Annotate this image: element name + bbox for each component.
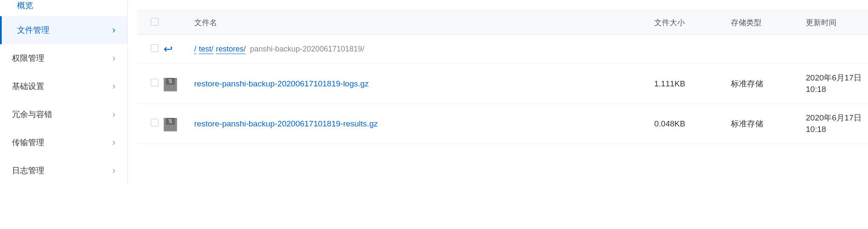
back-icon[interactable]: ↩ <box>164 43 173 56</box>
breadcrumb-part[interactable]: test/ <box>199 45 213 54</box>
row-checkbox[interactable] <box>151 119 158 126</box>
file-storage-type: 标准存储 <box>731 118 806 129</box>
main-content: 文件名 文件大小 存储类型 更新时间 ↩ / test/ restores/ p… <box>128 0 868 185</box>
file-table: 文件名 文件大小 存储类型 更新时间 ↩ / test/ restores/ p… <box>137 10 868 144</box>
sidebar-item-label: 传输管理 <box>12 137 44 148</box>
file-updated-time: 2020年6月17日 10:18 <box>806 112 868 135</box>
file-storage-type: 标准存储 <box>731 78 806 89</box>
file-archive-icon: ⇅ <box>164 118 177 132</box>
sidebar-item-overview[interactable]: 概览 <box>0 0 127 16</box>
sidebar-item-label: 文件管理 <box>17 25 49 36</box>
chevron-right-icon: › <box>112 53 115 64</box>
chevron-right-icon: › <box>112 165 115 176</box>
sidebar-item-logs[interactable]: 日志管理 › <box>0 157 127 185</box>
sidebar-item-label: 权限管理 <box>12 53 44 64</box>
column-header-updated: 更新时间 <box>806 17 868 28</box>
sidebar-item-file-management[interactable]: 文件管理 › <box>0 16 127 44</box>
file-archive-icon: ⇅ <box>164 78 177 92</box>
file-size: 1.111KB <box>654 79 731 89</box>
sidebar-item-label: 基础设置 <box>12 81 44 92</box>
select-all-checkbox[interactable] <box>151 18 158 26</box>
breadcrumb-row: ↩ / test/ restores/ panshi-backup-202006… <box>137 35 868 64</box>
table-row: ⇅ restore-panshi-backup-20200617101819-r… <box>137 104 868 144</box>
sidebar-item-label: 概览 <box>17 0 33 11</box>
sidebar: 概览 文件管理 › 权限管理 › 基础设置 › 冗余与容错 › 传输管理 › 日… <box>0 0 128 185</box>
chevron-right-icon: › <box>112 25 115 36</box>
sidebar-item-transfer[interactable]: 传输管理 › <box>0 129 127 157</box>
column-header-name: 文件名 <box>194 17 654 28</box>
file-updated-time: 2020年6月17日 10:18 <box>806 72 868 95</box>
table-header: 文件名 文件大小 存储类型 更新时间 <box>137 10 868 35</box>
breadcrumb-root[interactable]: / <box>194 45 196 54</box>
table-row: ⇅ restore-panshi-backup-20200617101819-l… <box>137 64 868 104</box>
sidebar-item-basic-settings[interactable]: 基础设置 › <box>0 72 127 100</box>
row-checkbox[interactable] <box>151 44 158 52</box>
chevron-right-icon: › <box>112 81 115 92</box>
chevron-right-icon: › <box>112 137 115 148</box>
file-size: 0.048KB <box>654 119 731 129</box>
breadcrumb-part[interactable]: restores/ <box>216 45 246 54</box>
file-name-link[interactable]: restore-panshi-backup-20200617101819-res… <box>194 119 378 128</box>
breadcrumb-current: panshi-backup-20200617101819/ <box>250 45 364 54</box>
breadcrumb: / test/ restores/ panshi-backup-20200617… <box>194 45 868 54</box>
sidebar-item-label: 日志管理 <box>12 165 44 176</box>
sidebar-item-permissions[interactable]: 权限管理 › <box>0 44 127 72</box>
sidebar-item-redundancy[interactable]: 冗余与容错 › <box>0 100 127 129</box>
sidebar-item-label: 冗余与容错 <box>12 109 52 120</box>
toolbar <box>137 0 868 3</box>
column-header-storage: 存储类型 <box>731 17 806 28</box>
file-name-link[interactable]: restore-panshi-backup-20200617101819-log… <box>194 79 369 88</box>
column-header-size: 文件大小 <box>654 17 731 28</box>
chevron-right-icon: › <box>112 109 115 120</box>
row-checkbox[interactable] <box>151 79 158 86</box>
